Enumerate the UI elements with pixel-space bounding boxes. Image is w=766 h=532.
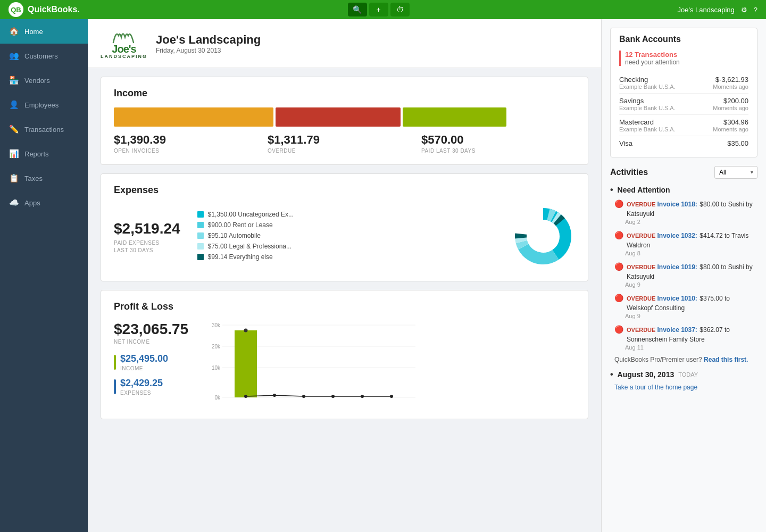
taxes-icon: 📋 xyxy=(9,173,19,183)
alert-icon-4: 🔴 xyxy=(614,325,623,334)
income-open-invoices: $1,390.39 OPEN INVOICES xyxy=(114,133,268,154)
activity-date-2: Aug 9 xyxy=(614,281,757,288)
topbar: QB QuickBooks. 🔍 + ⏱ Joe's Landscaping ⚙… xyxy=(0,0,766,19)
expenses-left: $2,519.24 PAID EXPENSESLAST 30 DAYS xyxy=(114,220,180,254)
transactions-icon: ✏️ xyxy=(9,124,19,134)
bank-time-mastercard: Moments ago xyxy=(713,126,748,132)
svg-point-5 xyxy=(527,220,559,252)
legend-color-0 xyxy=(197,211,204,218)
svg-point-17 xyxy=(331,395,335,398)
overdue-label-2: OVERDUE xyxy=(627,264,657,270)
topbar-center: 🔍 + ⏱ xyxy=(348,3,410,16)
pl-sub: $25,495.00 INCOME $2,429.25 EXPENSES xyxy=(114,353,188,396)
sidebar-item-home[interactable]: 🏠 Home xyxy=(0,19,88,44)
net-income-amount: $23,065.75 xyxy=(114,321,188,338)
bank-row-mastercard: Mastercard Example Bank U.S.A. $304.96 M… xyxy=(619,115,748,136)
pl-income-bar xyxy=(114,355,116,370)
pl-chart-svg: 30k 20k 10k 0k xyxy=(205,321,418,406)
activities-filter-select[interactable]: All Overdue xyxy=(714,166,757,179)
search-button[interactable]: 🔍 xyxy=(348,3,367,16)
activity-row-2: 🔴 OVERDUE Invoice 1019: $80.00 to Sushi … xyxy=(614,262,757,281)
legend-item-4: $99.14 Everything else xyxy=(197,253,494,261)
sidebar-label-home: Home xyxy=(24,28,43,36)
logo-joes: Joe's xyxy=(112,44,136,54)
svg-point-15 xyxy=(273,394,276,397)
invoice-link-1[interactable]: Invoice 1032: xyxy=(657,232,697,239)
open-invoices-amount: $1,390.39 xyxy=(114,133,268,147)
sidebar-item-transactions[interactable]: ✏️ Transactions xyxy=(0,117,88,142)
legend-item-1: $900.00 Rent or Lease xyxy=(197,221,494,229)
svg-text:0k: 0k xyxy=(215,395,221,401)
activity-item-1: 🔴 OVERDUE Invoice 1032: $414.72 to Travi… xyxy=(610,230,757,256)
svg-text:30k: 30k xyxy=(212,322,221,328)
pl-income-amount: $25,495.00 xyxy=(120,353,168,364)
legend-item-3: $75.00 Legal & Professiona... xyxy=(197,243,494,250)
invoice-link-0[interactable]: Invoice 1018: xyxy=(657,201,697,208)
income-title: Income xyxy=(114,88,575,99)
bank-row-checking: Checking Example Bank U.S.A. $-3,621.93 … xyxy=(619,72,748,94)
logo-landscaping-text: LANDSCAPING xyxy=(101,54,147,59)
tour-link[interactable]: Take a tour of the home page xyxy=(614,384,757,391)
expenses-panel: Expenses $2,519.24 PAID EXPENSESLAST 30 … xyxy=(101,173,588,281)
sidebar-item-taxes[interactable]: 📋 Taxes xyxy=(0,166,88,190)
sidebar: 🏠 Home 👥 Customers 🏪 Vendors 👤 Employees… xyxy=(0,19,88,532)
pl-content: $23,065.75 NET INCOME $25,495.00 INCOME xyxy=(114,321,575,408)
overdue-label: OVERDUE xyxy=(268,148,421,154)
bank-alert-count[interactable]: 12 Transactions xyxy=(625,51,748,59)
activities-header: Activities All Overdue xyxy=(610,166,757,179)
expenses-amount: $2,519.24 xyxy=(114,220,180,237)
add-button[interactable]: + xyxy=(369,3,388,16)
income-bars xyxy=(114,107,575,127)
pl-income-item: $25,495.00 INCOME xyxy=(114,353,188,371)
overdue-amount: $1,311.79 xyxy=(268,133,421,147)
svg-point-20 xyxy=(244,329,248,332)
today-section: • August 30, 2013 TODAY Take a tour of t… xyxy=(610,370,757,391)
sidebar-item-reports[interactable]: 📊 Reports xyxy=(0,142,88,166)
donut-svg xyxy=(511,204,575,268)
settings-icon[interactable]: ⚙ xyxy=(741,6,747,14)
income-paid: $570.00 PAID LAST 30 DAYS xyxy=(421,133,575,154)
income-overdue: $1,311.79 OVERDUE xyxy=(268,133,421,154)
pl-expenses-amount: $2,429.25 xyxy=(120,378,163,389)
open-invoices-label: OPEN INVOICES xyxy=(114,148,268,154)
sidebar-item-vendors[interactable]: 🏪 Vendors xyxy=(0,68,88,93)
bank-sub-mastercard: Example Bank U.S.A. xyxy=(619,126,676,132)
sidebar-label-vendors: Vendors xyxy=(24,77,50,85)
svg-point-14 xyxy=(244,395,247,398)
sidebar-item-apps[interactable]: ☁️ Apps xyxy=(0,190,88,215)
pl-expenses-bar xyxy=(114,379,116,394)
pl-expenses-label: EXPENSES xyxy=(120,390,163,396)
topbar-right: Joe's Landscaping ⚙ ? xyxy=(677,6,757,14)
svg-text:20k: 20k xyxy=(212,344,221,350)
invoice-link-3[interactable]: Invoice 1010: xyxy=(657,295,697,302)
profit-loss-panel: Profit & Loss $23,065.75 NET INCOME $25,… xyxy=(101,290,588,419)
bullet-icon: • xyxy=(610,185,613,195)
sidebar-label-apps: Apps xyxy=(24,199,40,207)
income-metrics: $1,390.39 OPEN INVOICES $1,311.79 OVERDU… xyxy=(114,133,575,154)
legend-item-0: $1,350.00 Uncategorized Ex... xyxy=(197,211,494,218)
income-panel: Income $1,390.39 OPEN INVOICES $1,311.79… xyxy=(101,77,588,165)
activity-item-3: 🔴 OVERDUE Invoice 1010: $375.00 to Welsk… xyxy=(610,293,757,319)
bank-row-visa: Visa $35.00 xyxy=(619,136,748,151)
company-date: Friday, August 30 2013 xyxy=(156,47,261,54)
qb-note-link[interactable]: Read this first. xyxy=(704,356,748,363)
content-area: Joe's LANDSCAPING Joe's Landscaping Frid… xyxy=(88,19,601,532)
bank-sub-checking: Example Bank U.S.A. xyxy=(619,84,676,90)
pl-line xyxy=(246,395,392,396)
sidebar-item-employees[interactable]: 👤 Employees xyxy=(0,93,88,117)
bank-name-visa: Visa xyxy=(619,139,632,147)
bank-time-checking: Moments ago xyxy=(713,84,748,90)
sidebar-label-employees: Employees xyxy=(24,101,59,109)
right-panel: Bank Accounts 12 Transactions need your … xyxy=(601,19,766,532)
invoice-link-2[interactable]: Invoice 1019: xyxy=(657,263,697,271)
activities-filter-wrapper: All Overdue xyxy=(714,166,757,179)
activity-date-4: Aug 11 xyxy=(614,344,757,351)
bank-time-savings: Moments ago xyxy=(713,105,748,111)
sidebar-item-customers[interactable]: 👥 Customers xyxy=(0,44,88,68)
main-layout: 🏠 Home 👥 Customers 🏪 Vendors 👤 Employees… xyxy=(0,19,766,532)
recent-button[interactable]: ⏱ xyxy=(390,3,410,16)
company-header: Joe's LANDSCAPING Joe's Landscaping Frid… xyxy=(88,19,601,68)
help-icon[interactable]: ? xyxy=(754,6,757,14)
paid-label: PAID LAST 30 DAYS xyxy=(421,148,575,154)
invoice-link-4[interactable]: Invoice 1037: xyxy=(657,326,697,334)
